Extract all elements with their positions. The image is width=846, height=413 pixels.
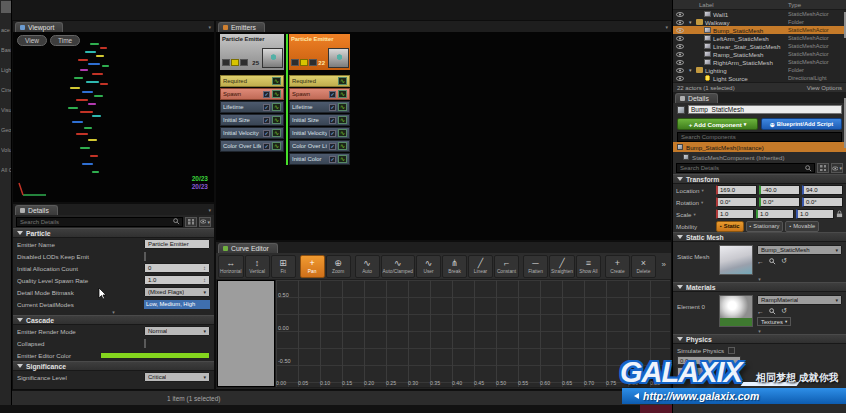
location-x-field[interactable]: 169.0 xyxy=(716,185,757,195)
emitter-module[interactable]: Color Over Life xyxy=(289,140,350,152)
place-category-label[interactable]: Geom xyxy=(1,127,11,133)
module-curve-icon[interactable] xyxy=(338,77,347,85)
section-header-physics[interactable]: Physics xyxy=(673,334,846,344)
quality-spawn-rate-field[interactable]: 1.0 xyxy=(144,275,210,285)
emitter-module[interactable]: Initial Size xyxy=(289,114,350,126)
toolbar-overflow-chevron[interactable]: » xyxy=(659,260,669,269)
curve-tool-button[interactable]: ⊞ Fit xyxy=(271,255,296,278)
add-component-button[interactable]: + Add Component xyxy=(677,118,758,130)
emitter-header[interactable]: Particle Emitter 22 xyxy=(289,34,350,70)
visibility-toggle[interactable] xyxy=(673,60,686,65)
module-enabled-checkbox[interactable] xyxy=(263,104,270,111)
location-z-field[interactable]: 94.0 xyxy=(802,185,843,195)
table-row[interactable]: ▾ Walkway Folder xyxy=(673,18,846,26)
use-selected-icon[interactable]: ← xyxy=(757,308,764,315)
emitter-column-1[interactable]: Particle Emitter 25 Required xyxy=(220,34,284,152)
module-curve-icon[interactable] xyxy=(272,103,281,111)
collapsed-checkbox[interactable] xyxy=(144,339,146,348)
property-matrix-button[interactable] xyxy=(817,163,829,173)
section-header-cascade[interactable]: Cascade xyxy=(13,315,214,325)
section-header-significance[interactable]: Significance xyxy=(13,361,214,371)
curve-tool-button[interactable]: ─ Flatten xyxy=(523,255,548,278)
section-header-transform[interactable]: Transform xyxy=(673,174,846,184)
place-category-label[interactable]: Volu xyxy=(1,147,11,153)
scale-z-field[interactable]: 1.0 xyxy=(796,209,834,219)
emitter-module[interactable]: Spawn xyxy=(220,88,284,100)
rotation-z-field[interactable]: 0.0° xyxy=(802,197,843,207)
expander-arrow[interactable]: ▾ xyxy=(689,19,694,25)
static-mesh-dropdown[interactable]: Bump_StaticMesh xyxy=(757,245,842,255)
table-row[interactable]: ▾ Lighting Folder xyxy=(673,66,846,74)
emitter-module[interactable]: Color Over Life xyxy=(220,140,284,152)
column-header-label[interactable]: Label xyxy=(673,2,788,8)
property-matrix-button[interactable] xyxy=(185,217,197,227)
browse-icon[interactable] xyxy=(769,258,776,265)
curve-tool-button[interactable]: ╱ Linear xyxy=(468,255,493,278)
module-curve-icon[interactable] xyxy=(272,116,281,124)
mobility-option-button[interactable]: Movable xyxy=(785,221,819,232)
table-row[interactable]: LeftArm_StaticMesh StaticMeshActor xyxy=(673,34,846,42)
emitter-thumbnail[interactable] xyxy=(262,48,283,68)
curve-track-list[interactable] xyxy=(217,280,275,387)
actor-name-field[interactable] xyxy=(688,105,842,114)
emitter-module[interactable]: Initial Color xyxy=(289,153,350,165)
tab-details[interactable]: Details xyxy=(675,93,718,103)
scale-y-field[interactable]: 1.0 xyxy=(756,209,794,219)
curve-tool-button[interactable]: ╱ Straighten xyxy=(549,255,575,278)
actor-label[interactable]: Bump_StaticMesh xyxy=(713,27,763,34)
curve-tool-button[interactable]: ↕ Vertical xyxy=(245,255,270,278)
emitter-module[interactable]: Required xyxy=(289,75,350,87)
table-row[interactable]: Wall1 StaticMeshActor xyxy=(673,10,846,18)
spinner-icon[interactable] xyxy=(203,265,206,271)
table-row[interactable]: RightArm_StaticMesh StaticMeshActor xyxy=(673,58,846,66)
emitter-toggle-icons[interactable] xyxy=(222,59,248,66)
visibility-toggle[interactable] xyxy=(673,76,686,81)
actor-label[interactable]: LeftArm_StaticMesh xyxy=(713,35,769,42)
curve-graph-area[interactable]: 0.50 0.00 -0.50 0.000.050.100.150.200.25… xyxy=(276,280,670,387)
actor-label[interactable]: Wall1 xyxy=(713,11,728,18)
place-category-label[interactable]: ace xyxy=(1,27,11,33)
module-enabled-checkbox[interactable] xyxy=(329,130,336,137)
table-row[interactable]: Ramp_StaticMesh StaticMeshActor xyxy=(673,50,846,58)
module-enabled-checkbox[interactable] xyxy=(329,143,336,150)
module-curve-icon[interactable] xyxy=(272,90,281,98)
component-row[interactable]: StaticMeshComponent (Inherited) xyxy=(673,152,846,162)
curve-tool-button[interactable]: ↔ Horizontal xyxy=(218,255,244,278)
view-options-button[interactable]: View Options xyxy=(807,85,842,91)
place-category-label[interactable]: Visual xyxy=(1,107,11,113)
module-enabled-checkbox[interactable] xyxy=(263,130,270,137)
curve-tool-button[interactable]: ⊕ Zoom xyxy=(326,255,351,278)
view-options-button[interactable]: ▾ xyxy=(831,163,843,173)
place-category-label[interactable]: All Cl xyxy=(1,167,11,173)
actor-label[interactable]: Walkway xyxy=(705,19,730,26)
visibility-toggle[interactable] xyxy=(673,12,686,17)
viewport-canvas[interactable]: View Time xyxy=(13,32,214,202)
outliner-header[interactable]: Label Type xyxy=(673,0,846,10)
chevron-down-icon[interactable] xyxy=(665,24,668,30)
column-header-type[interactable]: Type xyxy=(788,2,846,8)
emitter-column-2-selected[interactable]: Particle Emitter 22 Required xyxy=(286,34,350,165)
module-enabled-checkbox[interactable] xyxy=(263,91,270,98)
actor-label[interactable]: Ramp_StaticMesh xyxy=(713,51,764,58)
place-category-label[interactable]: Basic xyxy=(1,47,11,53)
emitter-module[interactable]: Required xyxy=(220,75,284,87)
module-curve-icon[interactable] xyxy=(338,103,347,111)
use-selected-icon[interactable]: ← xyxy=(757,258,764,265)
reset-icon[interactable]: ↺ xyxy=(781,307,787,315)
search-details-box[interactable] xyxy=(16,217,183,227)
actor-label[interactable]: RightArm_StaticMesh xyxy=(713,59,773,66)
table-row[interactable]: Bump_StaticMesh StaticMeshActor xyxy=(673,26,846,34)
rotation-y-field[interactable]: 0.0° xyxy=(759,197,800,207)
visibility-toggle[interactable] xyxy=(673,28,686,33)
tab-details-cascade[interactable]: Details xyxy=(15,205,58,215)
module-enabled-checkbox[interactable] xyxy=(329,104,336,111)
render-mode-dropdown[interactable]: Normal xyxy=(144,326,210,336)
mobility-option-button[interactable]: Static xyxy=(716,221,744,232)
material-dropdown[interactable]: RampMaterial xyxy=(757,295,842,305)
scale-x-field[interactable]: 1.0 xyxy=(716,209,754,219)
module-curve-icon[interactable] xyxy=(338,142,347,150)
detail-mode-dropdown[interactable]: (Mixed Flags) xyxy=(144,287,210,297)
view-options-button[interactable]: ▾ xyxy=(199,217,211,227)
browse-icon[interactable] xyxy=(769,308,776,315)
actor-label[interactable]: Linear_Stair_StaticMesh xyxy=(713,43,780,50)
